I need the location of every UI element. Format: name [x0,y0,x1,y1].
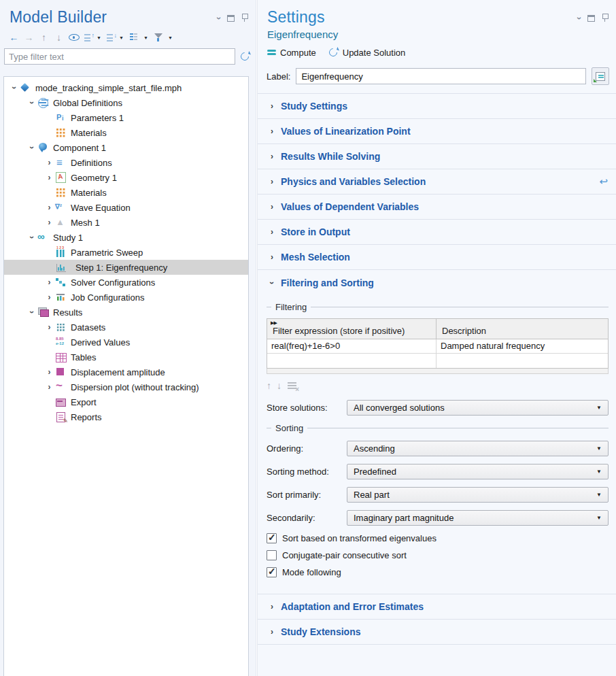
filter-funnel-icon[interactable] [151,31,165,44]
chevron-expanded-icon[interactable]: › [27,232,37,243]
expand-all-icon[interactable] [104,31,116,44]
chevron-collapsed-icon[interactable]: › [44,322,55,332]
panel-menu-chevron-icon[interactable]: › [576,16,583,19]
move-up-icon[interactable]: ↑ [37,31,51,44]
section-physics-and-variables-selection[interactable]: ›Physics and Variables Selection↩ [258,169,616,195]
tree-filter-input[interactable] [4,48,235,65]
chevron-expanded-icon[interactable]: › [27,307,37,318]
chevron-expanded-icon[interactable]: › [27,97,37,109]
ordering-dropdown[interactable]: Ascending▼ [347,441,609,456]
table-move-up-icon[interactable]: ↑ [267,380,271,391]
clear-table-icon[interactable] [287,381,298,391]
pin-icon[interactable] [241,14,247,22]
chevron-collapsed-icon[interactable]: › [44,158,55,167]
tree-item-solver-configurations[interactable]: ›Solver Configurations [4,275,248,290]
chevron-expanded-icon[interactable]: › [10,82,19,94]
secondarily-dropdown[interactable]: Imaginary part magnitude▼ [347,510,609,526]
compute-button[interactable]: Compute [267,48,316,58]
chevron-collapsed-icon[interactable]: › [44,203,55,212]
forward-arrow-icon[interactable]: → [22,31,36,44]
show-hide-eye-icon[interactable] [67,31,81,44]
section-store-in-output[interactable]: ›Store in Output [258,220,616,245]
tree-item-reports[interactable]: Reports [4,409,248,424]
model-builder-title: Model Builder [10,8,107,27]
refresh-icon[interactable] [239,51,250,62]
section-adaptation-and-error-estimates[interactable]: ›Adaptation and Error Estimates [258,594,616,620]
filter-table-header: ▶▶ Filter expression (store if positive)… [267,319,608,339]
section-filtering-and-sorting[interactable]: › Filtering and Sorting [258,270,616,295]
section-results-while-solving[interactable]: ›Results While Solving [258,144,616,169]
conjugate-pair-consecutive-sort-checkbox[interactable] [267,550,277,560]
table-move-down-icon[interactable]: ↓ [277,380,281,391]
section-study-extensions[interactable]: ›Study Extensions [258,620,616,645]
tree-item-job-configurations[interactable]: ›Job Configurations [4,290,248,305]
move-down-icon[interactable]: ↓ [52,31,66,44]
chevron-collapsed-icon[interactable]: › [44,277,55,287]
chevron-collapsed-icon[interactable]: › [44,218,55,227]
move-columns-icon[interactable]: ▶▶ [271,320,277,326]
float-window-icon[interactable] [587,15,595,22]
tree-item-parametric-sweep[interactable]: Parametric Sweep [4,245,248,260]
mode-following-checkbox[interactable] [267,567,277,577]
collapse-all-dropdown-icon[interactable]: ▼ [95,35,103,40]
chevron-collapsed-icon[interactable]: › [44,173,55,182]
store-solutions-dropdown[interactable]: All converged solutions ▼ [347,400,609,416]
tree-item-label: Tables [71,352,97,362]
dropdown-caret-icon: ▼ [596,492,602,498]
tree-item-study-1[interactable]: ›Study 1 [4,230,248,245]
sorting-method-dropdown[interactable]: Predefined▼ [347,464,609,479]
tables-icon [55,352,67,362]
tree-item-materials[interactable]: Materials [4,185,248,200]
chevron-collapsed-icon[interactable]: › [44,382,55,392]
section-values-of-dependent-variables[interactable]: ›Values of Dependent Variables [258,195,616,220]
section-values-of-linearization-point[interactable]: ›Values of Linearization Point [258,119,616,144]
filter-expression-cell[interactable] [267,354,437,368]
tree-item-component-1[interactable]: ›Component 1 [4,140,248,155]
tree-item-parameters-1[interactable]: Parameters 1 [4,110,248,125]
tree-item-definitions[interactable]: ›Definitions [4,155,248,170]
checkbox-row-sort-based-on-transformed-eigenvalues: Sort based on transformed eigenvalues [267,533,609,543]
tree-item-derived-values[interactable]: Derived Values [4,335,248,350]
tree-item-tables[interactable]: Tables [4,350,248,365]
description-cell[interactable] [437,354,608,368]
update-solution-button[interactable]: Update Solution [328,47,406,58]
table-horizontal-scrollbar[interactable] [267,369,609,374]
sort-based-on-transformed-eigenvalues-checkbox[interactable] [267,533,277,543]
tree-item-mode-tracking-simple-start-file-mph[interactable]: ›mode_tracking_simple_start_file.mph [4,80,248,95]
chevron-expanded-icon[interactable]: › [27,142,37,154]
sort-primarily-dropdown[interactable]: Real part▼ [347,487,609,503]
model-builder-panel: Model Builder › ← → ↑ ↓ ▼ ▼ ▼ ▼ ›mode_tr… [0,0,256,676]
section-title: Filtering and Sorting [281,277,374,288]
reset-to-default-icon[interactable]: ↩ [599,175,608,188]
node-columns-icon[interactable] [126,31,141,44]
section-mesh-selection[interactable]: ›Mesh Selection [258,245,616,270]
definitions-icon [55,157,67,168]
section-study-settings[interactable]: ›Study Settings [258,94,616,119]
chevron-collapsed-icon[interactable]: › [44,292,55,302]
tree-item-results[interactable]: ›Results [4,305,248,320]
tree-item-global-definitions[interactable]: ›Global Definitions [4,95,248,110]
tree-item-export[interactable]: Export [4,394,248,409]
back-arrow-icon[interactable]: ← [7,31,21,44]
filter-expression-cell[interactable]: real(freq)+1e-6>0 [267,339,437,353]
tree-item-wave-equation[interactable]: ›Wave Equation [4,200,248,215]
tree-item-mesh-1[interactable]: ›Mesh 1 [4,215,248,230]
pin-icon[interactable] [602,14,608,22]
expand-all-dropdown-icon[interactable]: ▼ [117,35,126,40]
tree-item-materials[interactable]: Materials [4,125,248,140]
filter-dropdown-icon[interactable]: ▼ [166,35,175,40]
chevron-collapsed-icon[interactable]: › [44,367,55,377]
study-icon [37,232,49,243]
float-window-icon[interactable] [227,15,235,22]
tree-item-geometry-1[interactable]: ›Geometry 1 [4,170,248,185]
label-input[interactable] [296,68,586,84]
description-cell[interactable]: Damped natural frequency [437,339,608,353]
tree-item-dispersion-plot-without-tracking[interactable]: ›Dispersion plot (without tracking) [4,379,248,394]
edit-node-properties-button[interactable] [592,67,609,85]
node-columns-dropdown-icon[interactable]: ▼ [141,35,150,40]
tree-item-datasets[interactable]: ›Datasets [4,320,248,335]
panel-menu-chevron-icon[interactable]: › [216,16,222,19]
tree-item-displacement-amplitude[interactable]: ›Displacement amplitude [4,365,248,379]
tree-item-step-1-eigenfrequency[interactable]: Step 1: Eigenfrequency [4,260,248,275]
collapse-all-icon[interactable] [82,31,94,44]
